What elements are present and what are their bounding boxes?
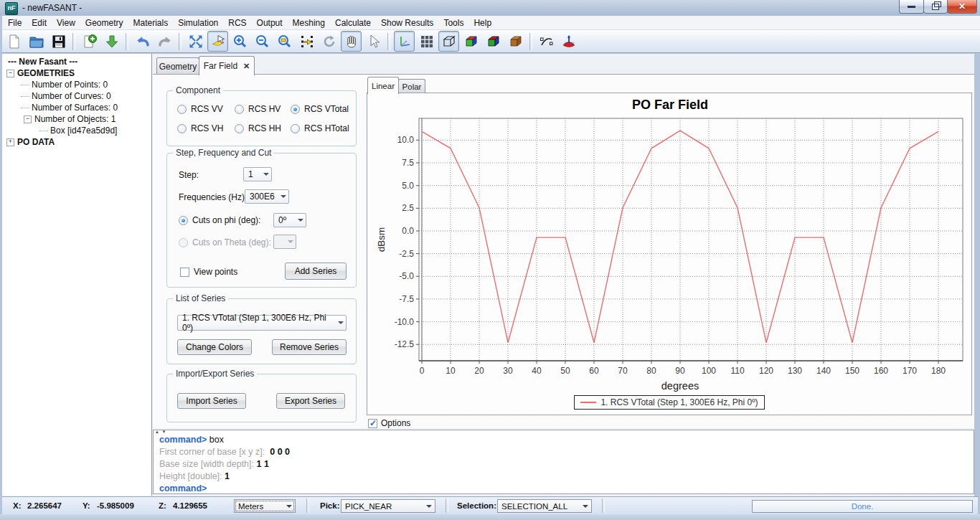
menu-materials[interactable]: Materials: [128, 16, 174, 29]
zoom-out-button[interactable]: [252, 31, 273, 52]
frequencies-combo[interactable]: 300E6: [245, 189, 289, 204]
radio-rcs-vtotal[interactable]: RCS VTotal: [291, 104, 349, 114]
radio-selected-icon[interactable]: [291, 105, 300, 114]
tab-geometry[interactable]: Geometry: [156, 57, 199, 75]
view-wireframe-button[interactable]: [438, 31, 459, 52]
minimize-button[interactable]: [899, 0, 924, 14]
tree-item-geometries[interactable]: −GEOMETRIES: [6, 67, 75, 79]
menu-output[interactable]: Output: [252, 16, 288, 29]
chevron-down-icon[interactable]: [423, 505, 435, 508]
units-combo[interactable]: Meters: [234, 499, 296, 513]
command-console[interactable]: ▲ ▼ command> box First corner of base [x…: [153, 430, 974, 494]
console-splitter-handle[interactable]: ▲ ▼: [155, 430, 167, 434]
menu-edit[interactable]: Edit: [27, 16, 52, 29]
cuts-on-phi-radio[interactable]: Cuts on phi (deg):: [179, 215, 260, 225]
radio-icon[interactable]: [177, 105, 187, 114]
menu-show-results[interactable]: Show Results: [376, 16, 438, 29]
view-solid-button[interactable]: [505, 31, 526, 52]
svg-text:110: 110: [730, 366, 744, 376]
new-file-button[interactable]: [4, 31, 24, 52]
radio-rcs-hh[interactable]: RCS HH: [235, 123, 281, 133]
step-combo[interactable]: 1: [243, 167, 272, 181]
export-series-button[interactable]: Export Series: [276, 393, 345, 409]
new-project-button[interactable]: [79, 31, 100, 52]
redo-button[interactable]: [154, 31, 175, 52]
tree-item-curves[interactable]: Number of Curves: 0: [21, 90, 111, 102]
close-button[interactable]: ✕: [947, 0, 977, 14]
radio-selected-icon[interactable]: [179, 216, 188, 225]
pick-combo[interactable]: PICK_NEAR: [341, 499, 435, 513]
title-bar[interactable]: nF - newFASANT - ✕: [0, 0, 980, 16]
restore-button[interactable]: [923, 0, 948, 14]
zoom-window-button[interactable]: [274, 31, 295, 52]
menu-file[interactable]: File: [3, 16, 27, 29]
pick-tool-button[interactable]: [207, 31, 228, 52]
tab-linear[interactable]: Linear: [367, 77, 399, 94]
tree-root[interactable]: --- New Fasant ---: [8, 56, 77, 67]
radio-icon[interactable]: [291, 124, 300, 133]
curvature-button[interactable]: [536, 31, 557, 52]
chevron-down-icon[interactable]: [580, 505, 591, 508]
radio-icon[interactable]: [235, 105, 244, 114]
radio-rcs-vh[interactable]: RCS VH: [177, 123, 223, 133]
menu-help[interactable]: Help: [468, 16, 496, 29]
menu-simulation[interactable]: Simulation: [173, 16, 223, 29]
tree-item-objects[interactable]: −Number of Objects: 1: [24, 113, 116, 125]
fit-view-button[interactable]: [185, 31, 206, 52]
chevron-down-icon[interactable]: [260, 168, 271, 181]
radio-rcs-vv[interactable]: RCS VV: [177, 104, 223, 114]
change-colors-button[interactable]: Change Colors: [177, 339, 252, 355]
collapse-icon[interactable]: −: [6, 70, 14, 77]
far-field-button[interactable]: [558, 31, 579, 52]
view-points-checkbox[interactable]: View points: [180, 267, 237, 277]
chevron-down-icon[interactable]: [335, 316, 346, 330]
tree-item-points[interactable]: Number of Points: 0: [21, 79, 108, 90]
radio-rcs-hv[interactable]: RCS HV: [235, 104, 281, 114]
rotate-view-button[interactable]: [319, 31, 339, 52]
open-button[interactable]: [26, 31, 47, 52]
tree-item-po-data[interactable]: +PO DATA: [6, 136, 55, 148]
view-flat-button[interactable]: [461, 31, 481, 52]
expand-icon[interactable]: +: [6, 138, 14, 146]
series-combo[interactable]: 1. RCS VTotal (Step 1, 300E6 Hz, Phi 0º): [177, 315, 347, 331]
far-field-plot[interactable]: 0102030405060708090100110120130140150160…: [367, 93, 971, 393]
menu-rcs[interactable]: RCS: [223, 16, 251, 29]
tab-close-icon[interactable]: ✕: [243, 62, 250, 71]
radio-icon[interactable]: [235, 124, 244, 133]
view-smooth-button[interactable]: [483, 31, 504, 52]
chevron-down-icon[interactable]: [283, 505, 295, 508]
options-checkbox-row[interactable]: Options: [368, 418, 410, 428]
console-prompt[interactable]: command>: [159, 483, 207, 493]
tree-item-box[interactable]: Box [id47ea5d9d]: [39, 125, 117, 136]
checkbox-checked-icon[interactable]: [368, 419, 377, 428]
zoom-window-icon: [277, 34, 293, 49]
add-series-button[interactable]: Add Series: [285, 263, 347, 280]
radio-icon[interactable]: [177, 124, 187, 133]
chevron-down-icon[interactable]: [278, 190, 288, 203]
radio-rcs-htotal[interactable]: RCS HTotal: [291, 123, 349, 133]
axes-button[interactable]: [394, 31, 415, 52]
import-series-button[interactable]: Import Series: [177, 393, 246, 409]
tab-far-field[interactable]: Far Field✕: [199, 56, 255, 75]
save-button[interactable]: [48, 31, 69, 52]
phi-combo[interactable]: 0º: [273, 213, 306, 227]
zoom-in-button[interactable]: [230, 31, 250, 52]
selection-combo[interactable]: SELECTION_ALL: [497, 499, 592, 513]
menu-geometry[interactable]: Geometry: [80, 16, 128, 29]
remove-series-button[interactable]: Remove Series: [272, 339, 347, 355]
menu-view[interactable]: View: [52, 16, 80, 29]
tree-item-surfaces[interactable]: Number of Surfaces: 0: [21, 102, 118, 113]
select-arrow-button[interactable]: [363, 31, 384, 52]
pan-button[interactable]: [341, 31, 362, 52]
grid-button[interactable]: [416, 31, 437, 52]
undo-button[interactable]: [132, 31, 153, 52]
collapse-icon[interactable]: −: [24, 115, 32, 123]
zoom-extents-button[interactable]: [296, 31, 317, 52]
chevron-down-icon[interactable]: [295, 214, 306, 227]
menu-calculate[interactable]: Calculate: [330, 16, 376, 29]
menu-meshing[interactable]: Meshing: [288, 16, 330, 29]
import-button[interactable]: [101, 31, 122, 52]
checkbox-icon[interactable]: [180, 268, 189, 277]
tab-polar[interactable]: Polar: [398, 79, 425, 94]
menu-tools[interactable]: Tools: [438, 16, 468, 29]
